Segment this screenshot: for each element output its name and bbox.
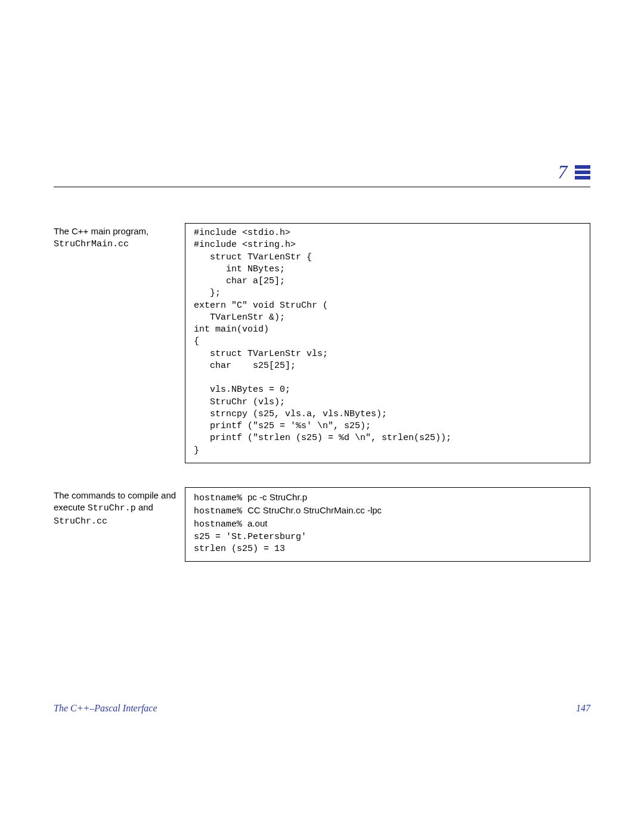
prompt: hostname% xyxy=(194,506,242,516)
prompt: hostname% xyxy=(194,493,242,503)
code-block-commands: The commands to compile and execute Stru… xyxy=(54,487,590,562)
page-footer: The C++–Pascal Interface 147 xyxy=(54,703,590,714)
caption-text: and xyxy=(136,502,153,512)
caption-text: The commands to compile and xyxy=(54,490,176,500)
output-line: s25 = 'St.Petersburg' xyxy=(194,532,306,542)
caption-text: execute xyxy=(54,502,88,512)
bars-icon xyxy=(575,165,590,179)
svg-rect-2 xyxy=(575,176,590,179)
output-line: strlen (s25) = 13 xyxy=(194,544,285,554)
caption-filename: StruChr.p xyxy=(88,503,136,513)
command: CC StruChr.o StruChrMain.cc -lpc xyxy=(247,505,382,515)
command: pc -c StruChr.p xyxy=(247,492,307,502)
code-listing: #include <stdio.h> #include <string.h> s… xyxy=(185,223,590,463)
terminal-listing: hostname% pc -c StruChr.p hostname% CC S… xyxy=(185,487,590,562)
svg-rect-0 xyxy=(575,165,590,169)
page-number: 147 xyxy=(576,703,590,714)
chapter-number: 7 xyxy=(558,161,568,182)
command: a.out xyxy=(247,518,267,528)
prompt: hostname% xyxy=(194,519,242,529)
code-caption: The C++ main program, StruChrMain.cc xyxy=(54,223,185,251)
caption-text: The C++ main program, xyxy=(54,226,148,236)
svg-rect-1 xyxy=(575,171,590,174)
code-caption: The commands to compile and execute Stru… xyxy=(54,487,185,528)
caption-filename: StruChr.cc xyxy=(54,516,107,527)
code-block-main-program: The C++ main program, StruChrMain.cc #in… xyxy=(54,223,590,463)
caption-filename: StruChrMain.cc xyxy=(54,239,129,249)
chapter-header: 7 xyxy=(54,161,590,187)
footer-title: The C++–Pascal Interface xyxy=(54,703,157,714)
